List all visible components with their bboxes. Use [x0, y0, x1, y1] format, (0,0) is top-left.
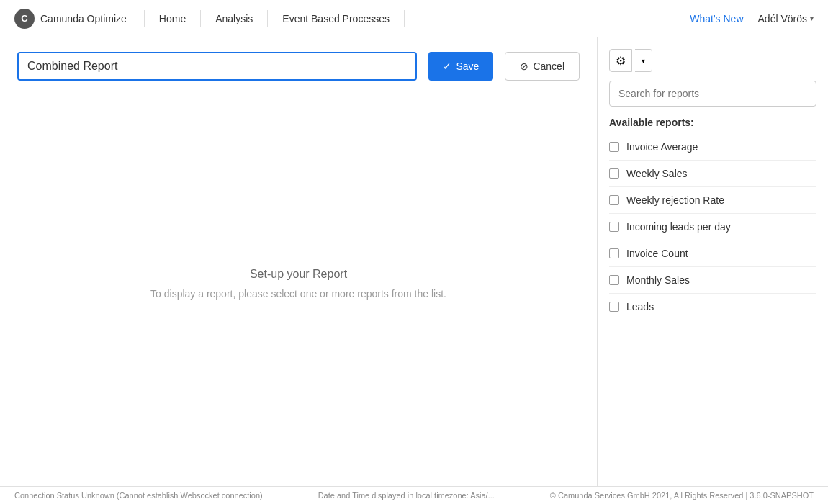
footer-connection-status: Connection Status Unknown (Cannot establ… — [14, 491, 263, 500]
report-name: Leads — [626, 301, 654, 312]
available-reports-label: Available reports: — [609, 117, 816, 128]
logo-icon: C — [14, 9, 35, 29]
list-item[interactable]: Leads — [609, 294, 816, 320]
report-name: Monthly Sales — [626, 274, 690, 286]
report-name: Weekly rejection Rate — [626, 194, 724, 206]
list-item[interactable]: Weekly Sales — [609, 161, 816, 187]
whats-new-link[interactable]: What's New — [690, 13, 743, 24]
nav-analysis[interactable]: Analysis — [204, 0, 264, 37]
content-area: ✓ Save ⊘ Cancel Set-up your Report To di… — [0, 37, 828, 486]
right-panel-header: ⚙ ▾ — [609, 49, 816, 72]
footer-copyright: © Camunda Services GmbH 2021, All Rights… — [550, 491, 814, 500]
cancel-button[interactable]: ⊘ Cancel — [505, 52, 580, 81]
report-title-input[interactable] — [17, 52, 417, 81]
report-list: Invoice AverageWeekly SalesWeekly reject… — [609, 134, 816, 320]
footer: Connection Status Unknown (Cannot establ… — [0, 486, 828, 504]
save-button[interactable]: ✓ Save — [428, 52, 493, 81]
setup-area: Set-up your Report To display a report, … — [17, 95, 580, 472]
report-name: Invoice Count — [626, 248, 688, 259]
navbar: C Camunda Optimize Home Analysis Event B… — [0, 0, 828, 37]
footer-timezone: Date and Time displayed in local timezon… — [318, 491, 495, 500]
report-checkbox[interactable] — [609, 275, 619, 285]
report-checkbox[interactable] — [609, 302, 619, 312]
report-name: Invoice Average — [626, 141, 698, 153]
settings-button[interactable]: ⚙ — [609, 49, 632, 72]
search-reports-input[interactable] — [609, 81, 816, 107]
chevron-down-icon: ▾ — [642, 57, 645, 65]
title-row: ✓ Save ⊘ Cancel — [17, 52, 580, 81]
report-checkbox[interactable] — [609, 248, 619, 258]
nav-divider-3 — [267, 10, 268, 27]
report-checkbox[interactable] — [609, 222, 619, 232]
nav-divider-2 — [200, 10, 201, 27]
list-item[interactable]: Incoming leads per day — [609, 214, 816, 240]
main-panel: ✓ Save ⊘ Cancel Set-up your Report To di… — [0, 37, 598, 486]
app-logo: C Camunda Optimize — [14, 9, 127, 29]
settings-dropdown-button[interactable]: ▾ — [635, 49, 652, 72]
list-item[interactable]: Invoice Count — [609, 240, 816, 267]
list-item[interactable]: Monthly Sales — [609, 267, 816, 294]
check-icon: ✓ — [443, 60, 451, 72]
report-name: Weekly Sales — [626, 168, 688, 179]
user-menu-chevron-icon: ▾ — [810, 14, 814, 22]
nav-event-based[interactable]: Event Based Processes — [271, 0, 401, 37]
report-checkbox[interactable] — [609, 142, 619, 152]
nav-divider-4 — [404, 10, 405, 27]
list-item[interactable]: Weekly rejection Rate — [609, 187, 816, 214]
setup-description: To display a report, please select one o… — [150, 288, 446, 300]
report-checkbox[interactable] — [609, 195, 619, 205]
nav-divider-1 — [144, 10, 145, 27]
nav-right: What's New Adél Vörös ▾ — [690, 13, 814, 24]
user-menu[interactable]: Adél Vörös ▾ — [758, 13, 814, 24]
report-checkbox[interactable] — [609, 168, 619, 179]
app-name: Camunda Optimize — [40, 13, 127, 24]
right-panel: ⚙ ▾ Available reports: Invoice AverageWe… — [598, 37, 828, 486]
setup-title: Set-up your Report — [250, 268, 347, 281]
cancel-icon: ⊘ — [520, 60, 528, 72]
gear-icon: ⚙ — [616, 54, 626, 68]
list-item[interactable]: Invoice Average — [609, 134, 816, 161]
nav-home[interactable]: Home — [148, 0, 197, 37]
report-name: Incoming leads per day — [626, 221, 731, 233]
user-name: Adél Vörös — [758, 13, 807, 24]
